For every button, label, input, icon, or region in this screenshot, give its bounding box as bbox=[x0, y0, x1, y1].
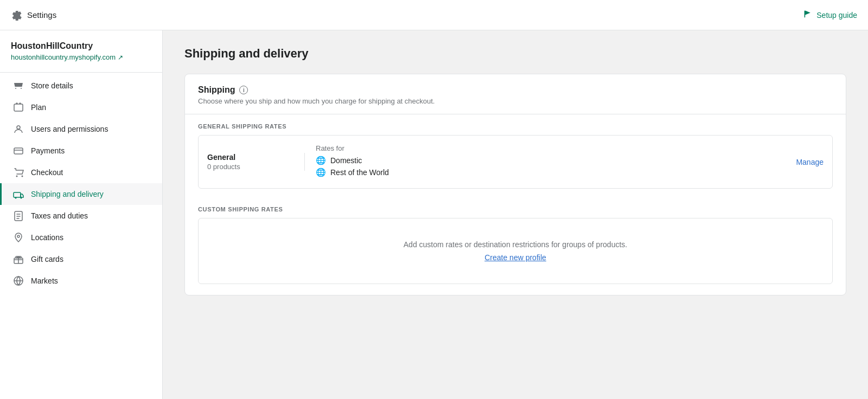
domestic-label: Domestic bbox=[330, 156, 362, 165]
svg-point-3 bbox=[16, 176, 18, 177]
svg-point-9 bbox=[17, 235, 20, 237]
custom-shipping-rates-heading: CUSTOM SHIPPING RATES bbox=[185, 197, 846, 218]
sidebar-item-markets[interactable]: Markets bbox=[0, 270, 162, 292]
sidebar-label-plan: Plan bbox=[31, 103, 46, 112]
profile-products: 0 products bbox=[207, 163, 293, 171]
taxes-icon bbox=[12, 210, 24, 221]
custom-rates-empty: Add custom rates or destination restrict… bbox=[198, 218, 833, 284]
info-icon[interactable]: i bbox=[239, 86, 248, 94]
payments-icon bbox=[12, 145, 24, 156]
sidebar-item-locations[interactable]: Locations bbox=[0, 227, 162, 248]
store-name: HoustonHillCountry bbox=[0, 41, 162, 53]
rates-for-label: Rates for bbox=[316, 144, 785, 152]
custom-rates-text: Add custom rates or destination restrict… bbox=[209, 240, 821, 249]
users-icon bbox=[12, 124, 24, 134]
sidebar-label-store-details: Store details bbox=[31, 81, 73, 90]
manage-link[interactable]: Manage bbox=[785, 158, 824, 166]
flag-icon bbox=[803, 10, 812, 20]
svg-point-6 bbox=[15, 197, 17, 199]
world-label: Rest of the World bbox=[330, 168, 389, 177]
checkout-icon bbox=[12, 167, 24, 178]
svg-rect-5 bbox=[14, 192, 21, 197]
sidebar-label-taxes: Taxes and duties bbox=[31, 211, 88, 220]
store-url-text: houstonhillcountry.myshopify.com bbox=[11, 53, 116, 61]
sidebar-label-checkout: Checkout bbox=[31, 168, 63, 177]
shipping-card-title: Shipping i bbox=[198, 85, 833, 95]
topbar-left: Settings bbox=[11, 10, 56, 21]
setup-guide-button[interactable]: Setup guide bbox=[803, 10, 857, 20]
globe-icon-world: 🌐 bbox=[316, 168, 326, 177]
sidebar-label-gift-cards: Gift cards bbox=[31, 255, 63, 263]
sidebar-label-payments: Payments bbox=[31, 146, 65, 155]
svg-point-7 bbox=[21, 197, 22, 199]
sidebar-label-shipping: Shipping and delivery bbox=[31, 190, 104, 198]
store-url-link[interactable]: houstonhillcountry.myshopify.com ↗ bbox=[0, 53, 162, 70]
sidebar-item-checkout[interactable]: Checkout bbox=[0, 162, 162, 183]
plan-icon bbox=[12, 102, 24, 113]
profile-info: General 0 products bbox=[207, 153, 305, 171]
rates-section: Rates for 🌐 Domestic 🌐 Rest of the World bbox=[316, 144, 785, 179]
create-profile-link[interactable]: Create new profile bbox=[484, 253, 546, 262]
topbar: Settings Setup guide bbox=[0, 0, 868, 30]
general-shipping-profile: General 0 products Rates for 🌐 Domestic … bbox=[198, 135, 833, 189]
shipping-card-desc: Choose where you ship and how much you c… bbox=[198, 97, 833, 105]
svg-point-4 bbox=[22, 176, 23, 177]
svg-point-1 bbox=[17, 126, 20, 129]
external-link-icon: ↗ bbox=[118, 54, 123, 61]
sidebar-item-shipping-delivery[interactable]: Shipping and delivery bbox=[0, 183, 162, 205]
general-shipping-rates-heading: GENERAL SHIPPING RATES bbox=[185, 114, 846, 135]
svg-rect-0 bbox=[14, 104, 23, 111]
gear-icon bbox=[11, 10, 22, 21]
store-icon bbox=[12, 80, 24, 91]
markets-icon bbox=[12, 275, 24, 286]
locations-icon bbox=[12, 232, 24, 243]
sidebar-label-markets: Markets bbox=[31, 276, 58, 285]
sidebar-item-payments[interactable]: Payments bbox=[0, 140, 162, 162]
rate-world: 🌐 Rest of the World bbox=[316, 168, 785, 177]
sidebar-item-users-permissions[interactable]: Users and permissions bbox=[0, 118, 162, 140]
setup-guide-label: Setup guide bbox=[816, 11, 857, 20]
sidebar-item-taxes-duties[interactable]: Taxes and duties bbox=[0, 205, 162, 227]
svg-rect-2 bbox=[14, 148, 23, 154]
sidebar-item-plan[interactable]: Plan bbox=[0, 96, 162, 118]
layout: HoustonHillCountry houstonhillcountry.my… bbox=[0, 30, 868, 399]
sidebar-label-locations: Locations bbox=[31, 233, 63, 242]
shipping-section-card: Shipping i Choose where you ship and how… bbox=[184, 74, 846, 295]
profile-name: General bbox=[207, 153, 293, 162]
sidebar-item-store-details[interactable]: Store details bbox=[0, 75, 162, 96]
sidebar-item-gift-cards[interactable]: Gift cards bbox=[0, 248, 162, 270]
custom-rates-section: Add custom rates or destination restrict… bbox=[185, 218, 846, 295]
sidebar-divider bbox=[0, 72, 162, 73]
shipping-icon bbox=[12, 189, 24, 200]
gift-icon bbox=[12, 254, 24, 265]
main-content: Shipping and delivery Shipping i Choose … bbox=[163, 30, 868, 399]
globe-icon-domestic: 🌐 bbox=[316, 156, 326, 165]
shipping-card-header: Shipping i Choose where you ship and how… bbox=[185, 74, 846, 114]
rate-domestic: 🌐 Domestic bbox=[316, 156, 785, 165]
sidebar: HoustonHillCountry houstonhillcountry.my… bbox=[0, 30, 163, 399]
topbar-title: Settings bbox=[27, 10, 56, 20]
sidebar-label-users: Users and permissions bbox=[31, 125, 108, 133]
page-title: Shipping and delivery bbox=[184, 47, 846, 61]
